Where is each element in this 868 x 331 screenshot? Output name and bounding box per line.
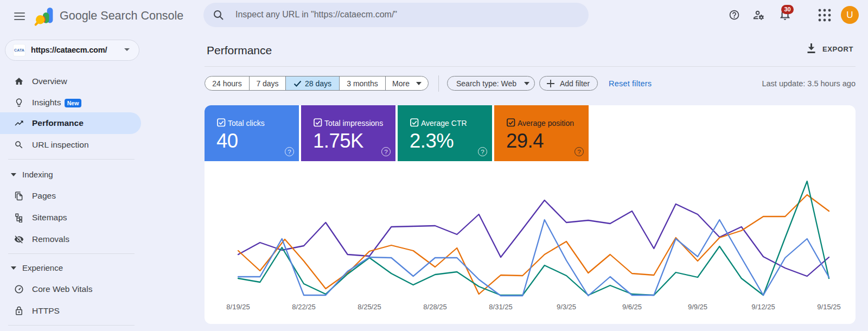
svg-text:8/22/25: 8/22/25 <box>292 303 315 311</box>
svg-text:9/9/25: 9/9/25 <box>688 303 707 311</box>
svg-text:8/31/25: 8/31/25 <box>489 303 512 311</box>
svg-text:8/28/25: 8/28/25 <box>423 303 446 311</box>
svg-text:9/15/25: 9/15/25 <box>817 303 840 311</box>
svg-text:8/19/25: 8/19/25 <box>226 303 250 311</box>
svg-text:9/3/25: 9/3/25 <box>557 303 576 311</box>
svg-text:9/6/25: 9/6/25 <box>622 303 642 311</box>
svg-text:9/12/25: 9/12/25 <box>751 303 775 311</box>
svg-text:8/25/25: 8/25/25 <box>358 303 381 311</box>
